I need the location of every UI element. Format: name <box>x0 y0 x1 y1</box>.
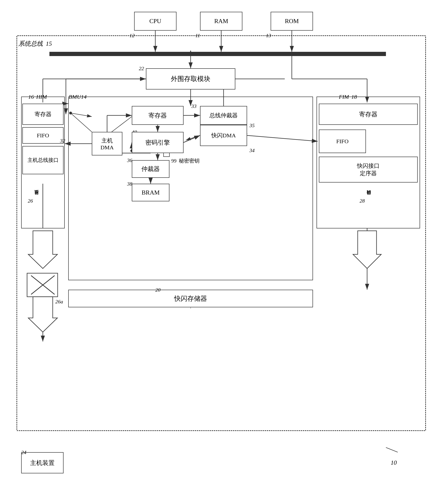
host-device-box: 主机装置 <box>21 452 64 473</box>
him-label: 16 HIM <box>28 94 47 100</box>
arbiter-ref36: 36 <box>127 157 132 163</box>
flash-dma-ref35: 35 <box>249 123 255 129</box>
bram-box: BRAM <box>132 184 170 201</box>
host-dma-box: 主机 DMA <box>92 132 122 155</box>
bmu-label: BMU14 <box>69 94 86 100</box>
svg-line-52 <box>386 448 398 452</box>
fim-register-box: 寄存器 <box>319 104 418 125</box>
fim-label: FIM 18 <box>339 94 357 100</box>
peripheral-module-box: 外围存取模块 <box>146 68 235 90</box>
ref-28: 28 <box>359 198 365 204</box>
fim-fifo-box: FIFO <box>319 129 366 153</box>
flash-dma-ref34: 34 <box>249 147 255 154</box>
ram-ref: 11 <box>195 33 200 39</box>
him-fifo-box: FIFO <box>22 127 64 144</box>
him-register-box: 寄存器 <box>22 104 64 125</box>
bus-arbiter-ref: 33 <box>191 103 196 109</box>
ref-26a: 26a <box>55 299 63 305</box>
cpu-ref: 12 <box>129 33 135 39</box>
rom-ref: 13 <box>266 33 271 39</box>
peripheral-ref: 22 <box>139 66 144 72</box>
him-bus-interface-box: 主机总线接口 <box>22 146 64 174</box>
crypto-engine-box: 密码引擎 <box>132 132 184 153</box>
rom-box: ROM <box>271 12 313 31</box>
flash-memory-ref: 20 <box>155 287 160 293</box>
ref-26: 26 <box>28 198 33 204</box>
ram-box: RAM <box>200 12 242 31</box>
cpu-box: CPU <box>134 12 176 31</box>
arbiter-box: 仲裁器 <box>132 160 170 178</box>
bmu-register-box: 寄存器 <box>132 106 184 125</box>
bus-arbiter-box: 总线仲裁器 <box>200 106 247 125</box>
flash-dma-box: 快闪DMA <box>200 125 247 146</box>
host-device-ref: 24 <box>21 449 26 455</box>
secret-key-label: 99 秘密密钥 <box>171 157 200 164</box>
ref-32: 32 <box>60 138 65 144</box>
fim-sequencer-box: 快闪接口 定序器 <box>319 157 418 182</box>
bram-ref38: 38 <box>127 181 132 187</box>
ref-10: 10 <box>391 459 397 466</box>
flash-memory-box: 快闪存储器 <box>68 290 313 307</box>
system-bus-label: 系统总线 15 <box>18 39 52 48</box>
bmu-border <box>68 97 313 280</box>
